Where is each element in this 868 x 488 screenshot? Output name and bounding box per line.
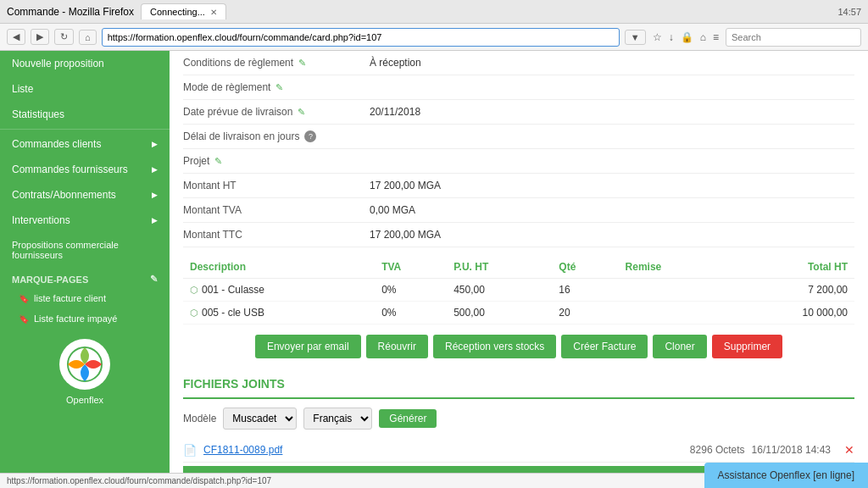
model-label: Modèle bbox=[183, 413, 216, 424]
file-row-1: 📄 CF1811-0089.pdf 8296 Octets 16/11/2018… bbox=[183, 438, 854, 463]
help-icon[interactable]: ? bbox=[304, 130, 316, 142]
action-buttons: Envoyer par email Réouvrir Réception ver… bbox=[183, 324, 854, 369]
url-go-button[interactable]: ▼ bbox=[625, 30, 646, 45]
browser-title: Commande - Mozilla Firefox bbox=[7, 6, 134, 18]
col-total-ht: Total HT bbox=[726, 256, 854, 279]
sidebar-item-interventions[interactable]: Interventions bbox=[0, 208, 170, 233]
sidebar-item-propositions[interactable]: Propositions commerciale fournisseurs bbox=[0, 233, 170, 267]
files-section: FICHIERS JOINTS Modèle Muscadet Français… bbox=[183, 369, 854, 463]
lock-icon[interactable]: 🔒 bbox=[679, 30, 695, 45]
bookmark-icon-1: 🔖 bbox=[19, 294, 29, 303]
openflex-logo: Openflex bbox=[0, 329, 170, 415]
col-qte: Qté bbox=[552, 256, 618, 279]
table-section: Description TVA P.U. HT Qté Remise Total… bbox=[183, 256, 854, 324]
files-controls: Modèle Muscadet Français Générer bbox=[183, 408, 854, 430]
table-row: ⬡001 - Culasse 0% 450,00 16 7 200,00 bbox=[183, 279, 854, 302]
forward-button[interactable]: ▶ bbox=[31, 29, 49, 45]
sidebar-item-contrats[interactable]: Contrats/Abonnements bbox=[0, 182, 170, 208]
reception-stocks-button[interactable]: Réception vers stocks bbox=[433, 335, 556, 358]
file-date-1: 16/11/2018 14:43 bbox=[752, 444, 831, 456]
form-row-mode: Mode de règlement ✎ bbox=[183, 75, 854, 100]
content-area: Conditions de règlement ✎ À réception Mo… bbox=[170, 51, 868, 473]
sidebar-item-nouvelle-proposition[interactable]: Nouvelle proposition bbox=[0, 51, 170, 76]
sidebar-top-section: Nouvelle proposition Liste Statistiques bbox=[0, 51, 170, 127]
form-row-montant-ht: Montant HT 17 200,00 MGA bbox=[183, 174, 854, 198]
bookmarks-section-label: MARQUE-PAGES ✎ bbox=[0, 267, 170, 288]
edit-bookmarks-icon[interactable]: ✎ bbox=[150, 274, 158, 285]
url-bar[interactable] bbox=[102, 28, 620, 47]
edit-conditions-icon[interactable]: ✎ bbox=[298, 58, 306, 69]
reouvrir-button[interactable]: Réouvrir bbox=[366, 335, 428, 358]
product-table: Description TVA P.U. HT Qté Remise Total… bbox=[183, 256, 854, 324]
browser-window: Commande - Mozilla Firefox Connecting...… bbox=[0, 0, 868, 488]
date-value: 20/11/2018 bbox=[370, 106, 420, 118]
lang-select[interactable]: Français bbox=[303, 408, 372, 430]
tab-close-icon[interactable]: ✕ bbox=[210, 8, 217, 17]
titlebar: Commande - Mozilla Firefox Connecting...… bbox=[0, 0, 868, 24]
reload-button[interactable]: ↻ bbox=[54, 29, 74, 45]
bookmark-icon[interactable]: ☆ bbox=[651, 30, 664, 45]
file-delete-1[interactable]: ✕ bbox=[844, 443, 854, 457]
col-pu-ht: P.U. HT bbox=[447, 256, 552, 279]
form-row-projet: Projet ✎ bbox=[183, 149, 854, 174]
search-input[interactable] bbox=[726, 28, 861, 47]
sidebar: Nouvelle proposition Liste Statistiques … bbox=[0, 51, 170, 473]
sidebar-bookmark-1[interactable]: 🔖 liste facture client bbox=[0, 288, 170, 308]
edit-date-icon[interactable]: ✎ bbox=[298, 107, 305, 118]
form-row-date: Date prévue de livraison ✎ 20/11/2018 bbox=[183, 100, 854, 125]
generate-button[interactable]: Générer bbox=[379, 409, 437, 428]
home-nav-icon[interactable]: ⌂ bbox=[698, 30, 708, 45]
assistance-bubble[interactable]: Assistance Openflex [en ligne] bbox=[704, 463, 868, 488]
nav-bar: ◀ ▶ ↻ ⌂ ▼ ☆ ↓ 🔒 ⌂ ≡ bbox=[0, 24, 868, 51]
sidebar-item-liste[interactable]: Liste bbox=[0, 76, 170, 102]
col-tva: TVA bbox=[375, 256, 447, 279]
bookmark-icon-2: 🔖 bbox=[19, 314, 29, 324]
main-area: Nouvelle proposition Liste Statistiques … bbox=[0, 51, 868, 473]
edit-projet-icon[interactable]: ✎ bbox=[214, 156, 222, 167]
back-button[interactable]: ◀ bbox=[7, 29, 25, 45]
download-icon[interactable]: ↓ bbox=[667, 30, 676, 45]
menu-icon[interactable]: ≡ bbox=[711, 30, 721, 45]
sidebar-item-commandes-fournisseurs[interactable]: Commandes fournisseurs bbox=[0, 157, 170, 182]
sidebar-bookmark-2[interactable]: 🔖 Liste facture impayé bbox=[0, 308, 170, 329]
col-description: Description bbox=[183, 256, 375, 279]
browser-tab[interactable]: Connecting... ✕ bbox=[141, 3, 226, 19]
conditions-value: À réception bbox=[370, 57, 421, 69]
clock: 14:57 bbox=[837, 7, 861, 17]
montant-ht-value: 17 200,00 MGA bbox=[370, 180, 441, 191]
montant-ttc-value: 17 200,00 MGA bbox=[370, 229, 441, 241]
supprimer-button[interactable]: Supprimer bbox=[712, 335, 782, 358]
form-row-montant-ttc: Montant TTC 17 200,00 MGA bbox=[183, 223, 854, 247]
creer-facture-button[interactable]: Créer Facture bbox=[561, 335, 648, 358]
form-row-delai: Délai de livraison en jours ? bbox=[183, 125, 854, 149]
cloner-button[interactable]: Cloner bbox=[653, 335, 706, 358]
logo-label: Openflex bbox=[10, 395, 159, 405]
nav-icons: ☆ ↓ 🔒 ⌂ ≡ bbox=[651, 30, 721, 45]
model-select[interactable]: Muscadet bbox=[223, 408, 297, 430]
sidebar-item-statistiques[interactable]: Statistiques bbox=[0, 102, 170, 127]
logo-circle bbox=[59, 339, 110, 390]
col-remise: Remise bbox=[619, 256, 727, 279]
envoyer-email-button[interactable]: Envoyer par email bbox=[255, 335, 361, 358]
sidebar-item-commandes-clients[interactable]: Commandes clients bbox=[0, 131, 170, 157]
pdf-icon: 📄 bbox=[183, 444, 197, 457]
file-size-1: 8296 Octets bbox=[690, 444, 745, 456]
form-section: Conditions de règlement ✎ À réception Mo… bbox=[183, 51, 854, 247]
table-row: ⬡005 - cle USB 0% 500,00 20 10 000,00 bbox=[183, 302, 854, 324]
edit-mode-icon[interactable]: ✎ bbox=[275, 82, 283, 93]
montant-tva-value: 0,00 MGA bbox=[370, 204, 415, 216]
files-title: FICHIERS JOINTS bbox=[183, 369, 854, 399]
home-button[interactable]: ⌂ bbox=[79, 30, 97, 45]
file-name-1[interactable]: CF1811-0089.pdf bbox=[203, 444, 683, 456]
form-row-conditions: Conditions de règlement ✎ À réception bbox=[183, 51, 854, 75]
form-row-montant-tva: Montant TVA 0,00 MGA bbox=[183, 198, 854, 223]
